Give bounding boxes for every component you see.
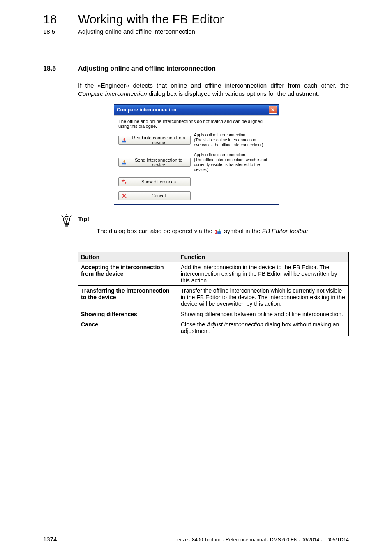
page-header: 18 Working with the FB Editor 18.5 Adjus… [0, 0, 392, 35]
button-function-table: Button Function Accepting the interconne… [78, 252, 349, 336]
section-number-header: 18.5 [43, 28, 78, 35]
section: 18.5 Adjusting online and offline interc… [43, 65, 349, 98]
page-number: 1374 [43, 536, 57, 543]
read-interconnection-button[interactable]: Read interconnection from device [118, 136, 191, 145]
button-label: Cancel [129, 193, 188, 198]
close-icon[interactable]: ✕ [269, 106, 277, 114]
dialog-title: Compare interconnection [117, 107, 176, 113]
table-cell: Showing differences [78, 309, 178, 319]
page-footer: 1374 Lenze · 8400 TopLine · Reference ma… [43, 536, 349, 543]
cell-text-em: Adjust interconnection [207, 321, 263, 328]
tip-text-em: FB Editor toolbar [262, 227, 309, 234]
table-cell: Transferring the interconnection to the … [78, 285, 178, 309]
table-header: Function [178, 252, 349, 262]
button-description: Apply offline interconnection. (The offl… [194, 153, 274, 172]
section-number: 18.5 [43, 65, 78, 72]
table-row: Transferring the interconnection to the … [78, 285, 349, 309]
dialog-titlebar: Compare interconnection ✕ [114, 105, 279, 115]
table-cell: Accepting the interconnection from the d… [78, 262, 178, 285]
svg-line-3 [62, 215, 63, 217]
section-title-header: Adjusting online and offline interconnec… [78, 28, 195, 35]
intro-text-a: If the »Engineer« detects that online an… [78, 82, 349, 89]
section-title: Adjusting online and offline interconnec… [78, 65, 216, 72]
download-icon [121, 160, 127, 165]
svg-line-4 [70, 215, 71, 217]
dialog-body: The offline and online interconnections … [114, 115, 279, 204]
table-header-row: Button Function [78, 252, 349, 262]
svg-rect-0 [122, 140, 126, 142]
tip-label: Tip! [78, 215, 89, 222]
dialog-screenshot: Compare interconnection ✕ The offline an… [114, 104, 278, 205]
footer-info: Lenze · 8400 TopLine · Reference manual … [175, 537, 349, 543]
tip-text-a: The dialog box can also be opened via th… [97, 227, 214, 234]
dialog-instruction: The offline and online interconnections … [118, 119, 274, 129]
table-cell: Add the interconnection in the device to… [178, 262, 349, 285]
intro-text-b: dialog box is displayed with various opt… [147, 90, 319, 97]
chapter-number: 18 [43, 12, 78, 26]
tip-body: The dialog box can also be opened via th… [97, 227, 349, 235]
intro-text-em: Compare interconnection [78, 90, 147, 97]
table-row: Accepting the interconnection from the d… [78, 262, 349, 285]
button-label: Send interconnection to device [129, 157, 188, 167]
compare-interconnection-dialog: Compare interconnection ✕ The offline an… [114, 104, 279, 205]
diff-icon [121, 179, 127, 185]
svg-rect-9 [66, 226, 67, 227]
button-label: Show differences [129, 179, 188, 184]
cancel-icon [121, 193, 127, 199]
table-row: Showing differences Showing differences … [78, 309, 349, 319]
tip-block: Tip! [78, 215, 349, 222]
button-description: Apply online interconnection. (The visib… [194, 133, 274, 148]
send-interconnection-button[interactable]: Send interconnection to device [118, 158, 191, 167]
upload-icon [121, 137, 127, 143]
chapter-title: Working with the FB Editor [78, 12, 224, 26]
fb-editor-toolbar-icon [215, 229, 221, 234]
cancel-button[interactable]: Cancel [118, 191, 191, 200]
dialog-options: Read interconnection from device Apply o… [118, 133, 274, 200]
horizontal-rule [43, 49, 349, 49]
show-differences-button[interactable]: Show differences [118, 177, 191, 186]
table-cell: Transfer the offline interconnection whi… [178, 285, 349, 309]
table-header: Button [78, 252, 178, 262]
table-row: Cancel Close the Adjust interconnection … [78, 319, 349, 336]
table-cell: Cancel [78, 319, 178, 336]
cell-text-a: Close the [181, 321, 207, 328]
intro-paragraph: If the »Engineer« detects that online an… [78, 81, 349, 98]
tip-text-c: . [308, 227, 310, 234]
table-cell: Close the Adjust interconnection dialog … [178, 319, 349, 336]
button-label: Read interconnection from device [129, 135, 188, 145]
lightbulb-icon [59, 214, 74, 229]
table-cell: Showing differences between online and o… [178, 309, 349, 319]
page: 18 Working with the FB Editor 18.5 Adjus… [0, 0, 392, 555]
tip-text-b: symbol in the [222, 227, 262, 234]
